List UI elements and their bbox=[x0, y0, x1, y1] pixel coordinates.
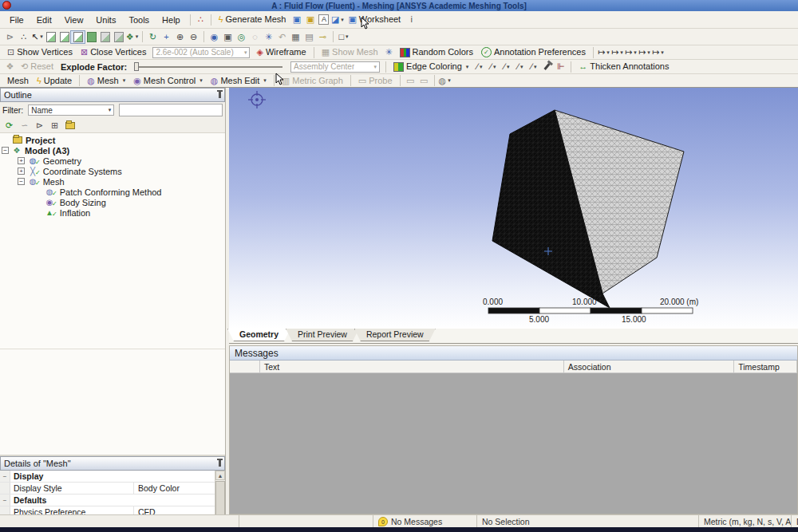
zoom-window-icon[interactable]: ▣ bbox=[221, 31, 235, 43]
tree-expander-icon[interactable]: + bbox=[18, 167, 25, 175]
edge-option-icon-1[interactable]: ∕▾ bbox=[472, 61, 486, 73]
edge-option-icon-4[interactable]: ∕▾ bbox=[513, 61, 527, 73]
filter-face-icon[interactable] bbox=[98, 31, 112, 43]
details-group-row[interactable]: −Display bbox=[0, 471, 215, 483]
viewport-3d[interactable]: 0.00010.00020.000 (m)5.00015.000 bbox=[229, 88, 798, 329]
tree-item-patch-conforming-method[interactable]: ◍✓Patch Conforming Method bbox=[0, 187, 225, 197]
group-collapse-icon[interactable]: − bbox=[0, 495, 10, 506]
metric-graph-button[interactable]: ▥Metric Graph bbox=[278, 74, 347, 87]
wireframe-button[interactable]: ◈Wireframe bbox=[252, 45, 310, 59]
vertex-numbers-icon[interactable]: ∴ bbox=[17, 31, 30, 43]
tree-item-model[interactable]: −❖Model (A3) bbox=[0, 145, 225, 156]
go-to-folder-button[interactable] bbox=[63, 120, 77, 132]
rotate-icon[interactable]: ↻ bbox=[146, 31, 160, 43]
messages-body[interactable] bbox=[230, 373, 797, 515]
random-colors-button[interactable]: Random Colors bbox=[396, 45, 477, 59]
annotation-scale-icon[interactable]: ⊩ bbox=[554, 61, 567, 73]
viewport-tag-icon[interactable]: ⊸ bbox=[316, 31, 330, 43]
mesh-edit-button[interactable]: ◍Mesh Edit▾ bbox=[207, 74, 271, 87]
tree-item-mesh[interactable]: −◍✓Mesh bbox=[0, 176, 225, 187]
messages-column-timestamp[interactable]: Timestamp bbox=[734, 361, 797, 372]
tree-item-inflation[interactable]: ▲✓Inflation bbox=[0, 207, 225, 218]
details-row[interactable]: Display StyleBody Color bbox=[0, 483, 215, 495]
tree-expander-icon[interactable]: + bbox=[18, 157, 25, 164]
filter-body-icon[interactable] bbox=[112, 31, 125, 43]
look-at-face-icon[interactable]: ▦ bbox=[289, 31, 302, 43]
edge-coloring-button[interactable]: Edge Coloring▾ bbox=[389, 60, 472, 73]
connections-icon[interactable]: ∴ bbox=[194, 14, 207, 26]
menu-tools[interactable]: Tools bbox=[122, 11, 156, 28]
dimension-icon-5[interactable]: ↦▾ bbox=[651, 46, 665, 58]
edge-option-icon-5[interactable]: ∕▾ bbox=[527, 61, 540, 73]
menu-units[interactable]: Units bbox=[89, 11, 122, 28]
min-annotation-icon[interactable]: ▭ bbox=[417, 75, 431, 87]
edge-option-icon-3[interactable]: ∕▾ bbox=[500, 61, 513, 73]
menu-view[interactable]: View bbox=[58, 11, 90, 28]
filter-vertex-icon[interactable] bbox=[71, 31, 85, 43]
dimension-icon-2[interactable]: ↦▾ bbox=[610, 46, 624, 58]
close-vertices-button[interactable]: ⊠Close Vertices bbox=[77, 45, 151, 59]
thicken-annotations-button[interactable]: ↔Thicken Annotations bbox=[575, 60, 673, 73]
messages-column-icon[interactable] bbox=[230, 361, 260, 372]
edge-option-icon-2[interactable]: ∕▾ bbox=[486, 61, 500, 73]
show-mesh-button[interactable]: ▦Show Mesh bbox=[318, 45, 382, 59]
pin-icon[interactable] bbox=[219, 92, 221, 98]
details-property-value[interactable]: Body Color bbox=[134, 483, 215, 493]
show-vertices-button[interactable]: ⊡Show Vertices bbox=[3, 45, 77, 59]
zoom-fit-icon[interactable]: ◎ bbox=[235, 31, 248, 43]
dimension-icon-3[interactable]: ↦▾ bbox=[624, 46, 638, 58]
previous-view-icon[interactable]: ↶ bbox=[275, 31, 289, 43]
select-mode-icon[interactable]: ↖▾ bbox=[30, 31, 44, 43]
section-plane-icon[interactable]: ▣ bbox=[290, 14, 303, 26]
zoom-capture-icon[interactable]: ◌ bbox=[248, 31, 262, 43]
zoom-box-icon[interactable]: ◉ bbox=[207, 31, 221, 43]
tree-expander-icon[interactable]: − bbox=[18, 178, 25, 185]
explode-center-combo[interactable]: Assembly Center▾ bbox=[290, 61, 380, 73]
pin-icon[interactable] bbox=[540, 61, 554, 73]
filter-search-input[interactable] bbox=[119, 104, 223, 116]
mesh-options-icon[interactable]: ◍▾ bbox=[438, 75, 452, 87]
tree-item-body-sizing[interactable]: ◉✓Body Sizing bbox=[0, 197, 225, 207]
tab-geometry[interactable]: Geometry bbox=[227, 329, 290, 341]
label-icon[interactable]: A bbox=[317, 14, 330, 26]
expand-tree-button[interactable]: ⊳ bbox=[33, 120, 46, 132]
messages-column-association[interactable]: Association bbox=[564, 361, 734, 372]
max-annotation-icon[interactable]: ▭ bbox=[404, 75, 417, 87]
refresh-outline-button[interactable]: ⟳ bbox=[2, 120, 16, 132]
iso-view-icon[interactable]: ✳ bbox=[262, 31, 275, 43]
zoom-in-icon[interactable]: ⊕ bbox=[173, 31, 187, 43]
explode-icon[interactable]: ❖ bbox=[3, 61, 17, 73]
probe-button[interactable]: ▭Probe bbox=[354, 74, 397, 87]
update-button[interactable]: ϟUpdate bbox=[33, 74, 76, 87]
pin-icon[interactable] bbox=[219, 460, 221, 467]
vertex-scale-combo[interactable]: 2.6e-002 (Auto Scale)▾ bbox=[152, 47, 250, 58]
tab-print-preview[interactable]: Print Preview bbox=[286, 329, 359, 341]
info-icon[interactable]: i bbox=[405, 14, 418, 26]
filter-name-combo[interactable]: Name▾ bbox=[28, 104, 114, 116]
zoom-out-icon[interactable]: ⊖ bbox=[187, 31, 200, 43]
tree-item-geometry[interactable]: +◍✓Geometry bbox=[0, 156, 225, 166]
manage-views-icon[interactable]: ▤ bbox=[302, 31, 316, 43]
filter-edge-icon[interactable] bbox=[85, 31, 98, 43]
expand-all-button[interactable]: ⊞ bbox=[48, 120, 61, 132]
dimension-icon-4[interactable]: ↦▾ bbox=[638, 46, 651, 58]
tree-item-coordinate-systems[interactable]: +╳✓Coordinate Systems bbox=[0, 166, 225, 176]
viewport-layout-icon[interactable]: □▾ bbox=[337, 31, 350, 43]
label-select-icon[interactable]: ⊳ bbox=[3, 31, 17, 43]
menu-file[interactable]: File bbox=[3, 11, 30, 28]
select-box-icon[interactable] bbox=[57, 31, 71, 43]
generate-mesh-button[interactable]: ϟGenerate Mesh bbox=[215, 11, 290, 28]
tree-expander-icon[interactable]: − bbox=[2, 147, 9, 154]
extend-selection-icon[interactable]: ❖▾ bbox=[125, 31, 139, 43]
named-selection-icon[interactable]: ▣ bbox=[303, 14, 317, 26]
pan-icon[interactable]: + bbox=[160, 31, 173, 43]
explode-factor-slider[interactable] bbox=[133, 61, 285, 72]
menu-help[interactable]: Help bbox=[156, 11, 187, 28]
tab-report-preview[interactable]: Report Preview bbox=[354, 329, 436, 341]
reset-explode-button[interactable]: ⟲Reset bbox=[17, 60, 57, 73]
hide-bodies-button[interactable]: ∽ bbox=[18, 120, 31, 132]
mesh-menu-button[interactable]: ◍Mesh▾ bbox=[83, 74, 129, 87]
mesh-context-button[interactable]: Mesh bbox=[3, 74, 33, 87]
group-collapse-icon[interactable]: − bbox=[0, 471, 10, 482]
details-group-row[interactable]: −Defaults bbox=[0, 495, 215, 506]
